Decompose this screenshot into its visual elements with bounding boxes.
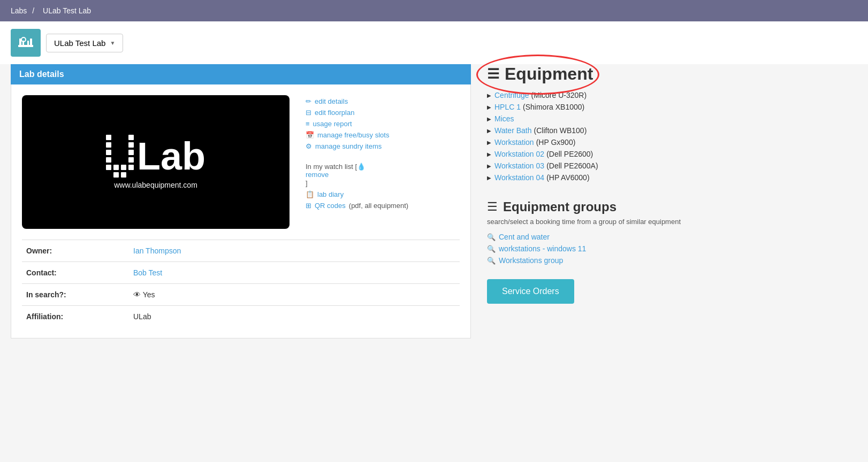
floorplan-icon: ⊟ — [306, 109, 311, 117]
eye-icon: 👁 — [133, 290, 141, 299]
insearch-value: 👁 Yes — [129, 284, 460, 306]
contact-link[interactable]: Bob Test — [133, 268, 162, 277]
lab-dropdown-button[interactable]: ULab Test Lab ▼ — [46, 34, 123, 52]
owner-link[interactable]: Ian Thompson — [133, 247, 181, 255]
dotted-u — [106, 135, 134, 178]
lab-details-body: Lab www.ulabequipment.com ✏ edit details… — [11, 84, 471, 338]
lab-diary-link[interactable]: 📋 lab diary — [306, 190, 408, 198]
group-link[interactable]: workstations - windows 11 — [499, 244, 586, 253]
list-item: ▶ Workstation 04 (HP AV6000) — [487, 172, 792, 183]
table-row: In search?: 👁 Yes — [22, 284, 460, 306]
service-orders-button[interactable]: Service Orders — [487, 279, 574, 304]
equipment-link[interactable]: HPLC 1 — [494, 103, 521, 111]
watch-icon: 💧 — [357, 163, 366, 171]
lab-icon — [11, 29, 41, 57]
equipment-link[interactable]: Mices — [494, 114, 514, 123]
manage-sundry-link[interactable]: ⚙ manage sundry items — [306, 142, 408, 150]
chevron-down-icon: ▼ — [110, 40, 115, 46]
search-icon: 🔍 — [487, 245, 496, 253]
contact-label: Contact: — [22, 262, 129, 284]
list-item: 🔍 workstations - windows 11 — [487, 243, 792, 255]
arrow-icon: ▶ — [487, 140, 491, 145]
affiliation-value: ULab — [129, 306, 460, 328]
equipment-model: (Clifton WB100) — [534, 126, 587, 135]
list-item: 🔍 Workstations group — [487, 255, 792, 266]
arrow-icon: ▶ — [487, 151, 491, 157]
left-panel: Lab details — [11, 64, 471, 338]
equipment-link[interactable]: Centrifuge — [494, 91, 529, 99]
affiliation-label: Affiliation: — [22, 306, 129, 328]
lab-text: Lab — [137, 137, 205, 175]
list-item: ▶ Workstation (HP Gx900) — [487, 136, 792, 148]
lab-info-table: Owner: Ian Thompson Contact: Bob Test In… — [22, 240, 460, 327]
search-icon: 🔍 — [487, 233, 496, 241]
right-panel: ☰ Equipment ▶ Centrifuge (Micore U-320R)… — [471, 64, 792, 338]
list-item: ▶ HPLC 1 (Shimora XB1000) — [487, 101, 792, 113]
arrow-icon: ▶ — [487, 163, 491, 169]
arrow-icon: ▶ — [487, 175, 491, 181]
equipment-title: ☰ Equipment — [487, 64, 593, 84]
edit-floorplan-link[interactable]: ⊟ edit floorplan — [306, 109, 408, 117]
equipment-link[interactable]: Workstation 02 — [494, 150, 544, 158]
arrow-icon: ▶ — [487, 128, 491, 134]
list-item: 🔍 Cent and water — [487, 231, 792, 243]
lab-dropdown-label: ULab Test Lab — [54, 38, 105, 48]
contact-value[interactable]: Bob Test — [129, 262, 460, 284]
groups-list-icon: ☰ — [487, 200, 498, 214]
main-container: Lab details — [0, 64, 868, 349]
owner-value[interactable]: Ian Thompson — [129, 240, 460, 262]
groups-description: search/select a booking time from a grou… — [487, 218, 792, 226]
svg-rect-4 — [27, 41, 29, 46]
equipment-model: (Micore U-320R) — [531, 91, 587, 99]
arrow-icon: ▶ — [487, 116, 491, 122]
equipment-link[interactable]: Water Bath — [494, 126, 532, 135]
arrow-icon: ▶ — [487, 104, 491, 110]
usage-report-link[interactable]: ≡ usage report — [306, 120, 408, 128]
owner-label: Owner: — [22, 240, 129, 262]
logo-text-row: Lab — [106, 135, 205, 178]
watchlist-remove-link[interactable]: remove — [306, 171, 408, 179]
group-list: 🔍 Cent and water 🔍 workstations - window… — [487, 231, 792, 266]
equipment-header: ☰ Equipment — [487, 64, 792, 84]
equipment-model: (HP Gx900) — [536, 138, 576, 147]
report-icon: ≡ — [306, 120, 310, 128]
qr-codes-link[interactable]: ⊞ QR codes (pdf, all equipment) — [306, 202, 408, 210]
list-item: ▶ Mices — [487, 113, 792, 125]
equipment-model: (Dell PE2600A) — [546, 161, 598, 170]
list-item: ▶ Workstation 03 (Dell PE2600A) — [487, 160, 792, 172]
watchlist-row: In my watch list [💧remove] — [306, 162, 408, 187]
table-row: Affiliation: ULab — [22, 306, 460, 328]
equipment-link[interactable]: Workstation — [494, 138, 534, 147]
equipment-model: (HP AV6000) — [546, 173, 589, 182]
edit-details-link[interactable]: ✏ edit details — [306, 97, 408, 105]
gear-icon: ⚙ — [306, 142, 312, 150]
equipment-link[interactable]: Workstation 03 — [494, 161, 544, 170]
equipment-groups-header: ☰ Equipment groups — [487, 199, 792, 214]
lab-details-top: Lab www.ulabequipment.com ✏ edit details… — [22, 95, 460, 229]
breadcrumb-current: ULab Test Lab — [43, 6, 91, 15]
equipment-link[interactable]: Workstation 04 — [494, 173, 544, 182]
breadcrumb-labs[interactable]: Labs — [11, 6, 27, 15]
breadcrumb-separator: / — [32, 6, 34, 15]
list-item: ▶ Centrifuge (Micore U-320R) — [487, 89, 792, 101]
list-item: ▶ Workstation 02 (Dell PE2600) — [487, 148, 792, 160]
equipment-title-wrapper: ☰ Equipment — [487, 64, 593, 84]
equipment-list: ▶ Centrifuge (Micore U-320R) ▶ HPLC 1 (S… — [487, 89, 792, 183]
manage-freebusy-link[interactable]: 📅 manage free/busy slots — [306, 131, 408, 139]
equipment-model: (Shimora XB1000) — [523, 103, 584, 111]
table-row: Owner: Ian Thompson — [22, 240, 460, 262]
lab-logo: Lab www.ulabequipment.com — [22, 95, 290, 229]
lab-icon-svg — [16, 33, 35, 52]
lab-logo-url: www.ulabequipment.com — [114, 181, 197, 189]
watchlist-text: In my watch list [💧remove] — [306, 163, 408, 187]
diary-icon: 📋 — [306, 190, 314, 198]
table-row: Contact: Bob Test — [22, 262, 460, 284]
lab-details-header: Lab details — [11, 64, 471, 84]
lab-selector-area: ULab Test Lab ▼ — [0, 21, 868, 64]
svg-rect-2 — [30, 38, 32, 46]
group-link[interactable]: Cent and water — [499, 233, 550, 241]
group-link[interactable]: Workstations group — [499, 256, 563, 265]
list-icon: ☰ — [487, 66, 499, 82]
search-icon: 🔍 — [487, 257, 496, 265]
lab-actions: ✏ edit details ⊟ edit floorplan ≡ usage … — [306, 95, 408, 229]
